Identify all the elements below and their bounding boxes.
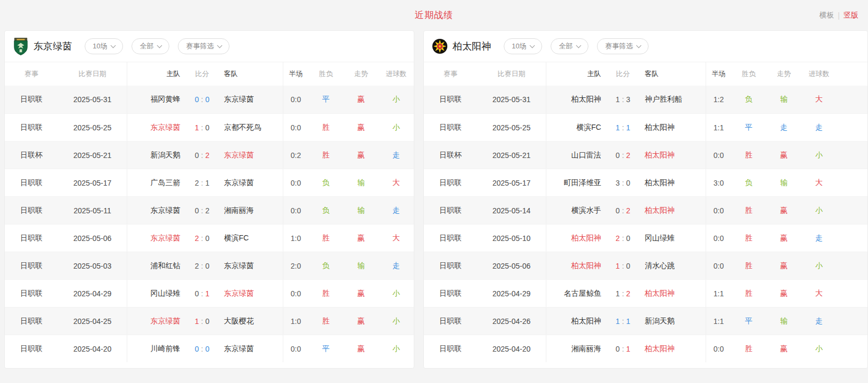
halftime-cell: 3:0 xyxy=(706,169,731,196)
score-cell: 2 : 1 xyxy=(186,169,219,196)
halftime-cell: 0:2 xyxy=(283,141,308,169)
score-colon: : xyxy=(622,262,624,270)
away-score: 1 xyxy=(626,345,630,353)
away-score: 0 xyxy=(626,179,630,187)
away-team-cell: 东京绿茵 xyxy=(219,141,283,169)
away-team-cell: 柏太阳神 xyxy=(640,141,706,169)
goals-cell: 大 xyxy=(801,169,837,196)
halftime-cell: 0:0 xyxy=(283,280,308,307)
team-panel-right: 柏太阳神 10场 全部 赛事筛选 赛事 比赛日期 主队 比分 客队 半场 胜负 … xyxy=(423,30,868,369)
score-colon: : xyxy=(622,289,624,298)
match-row: 日职联 2025-05-11 东京绿茵 0 : 2 湘南丽海 0:0 负 输 走 xyxy=(5,196,414,224)
goals-cell: 小 xyxy=(379,335,414,362)
home-score: 1 xyxy=(195,317,199,326)
date-cell: 2025-05-25 xyxy=(58,114,127,141)
date-cell: 2025-05-21 xyxy=(58,141,127,169)
match-row: 日职联 2025-05-17 町田泽维亚 3 : 0 柏太阳神 3:0 负 输 … xyxy=(424,169,867,196)
column-header-score: 比分 xyxy=(186,62,219,86)
away-team-cell: 京都不死鸟 xyxy=(219,114,283,141)
trend-cell: 赢 xyxy=(343,141,379,169)
match-row: 日职联 2025-04-29 冈山绿雉 0 : 1 东京绿茵 0:0 胜 赢 小 xyxy=(5,279,414,307)
league-cell: 日职联 xyxy=(5,86,58,113)
away-team-cell: 柏太阳神 xyxy=(640,114,706,141)
match-row: 日联杯 2025-05-21 新潟天鹅 0 : 2 东京绿茵 0:2 胜 赢 走 xyxy=(5,141,414,169)
column-header-date: 比赛日期 xyxy=(477,62,546,86)
away-score: 2 xyxy=(626,289,630,298)
halftime-cell: 1:1 xyxy=(706,114,731,141)
venue-filter-dropdown[interactable]: 全部 xyxy=(551,38,588,54)
chevron-down-icon xyxy=(111,43,116,48)
home-team-cell: 柏太阳神 xyxy=(546,307,607,335)
away-score: 1 xyxy=(205,289,209,298)
home-score: 0 xyxy=(195,151,199,160)
away-score: 0 xyxy=(626,234,630,243)
home-team-cell: 东京绿茵 xyxy=(127,197,186,224)
result-cell: 胜 xyxy=(308,141,343,169)
score-colon: : xyxy=(201,123,203,132)
match-count-value: 10场 xyxy=(93,41,107,51)
date-cell: 2025-05-25 xyxy=(477,114,546,141)
score-colon: : xyxy=(201,151,203,160)
home-score: 0 xyxy=(195,95,199,104)
match-row: 日职联 2025-04-25 东京绿茵 1 : 0 大阪樱花 1:0 胜 赢 小 xyxy=(5,307,414,335)
away-team-cell: 新潟天鹅 xyxy=(640,307,706,335)
home-team-cell: 柏太阳神 xyxy=(546,86,607,113)
date-cell: 2025-05-31 xyxy=(477,86,546,113)
date-cell: 2025-05-17 xyxy=(58,169,127,196)
column-header-halftime: 半场 xyxy=(283,62,308,86)
halftime-cell: 0:0 xyxy=(283,86,308,113)
away-score: 2 xyxy=(626,206,630,215)
league-cell: 日职联 xyxy=(424,86,477,113)
score-colon: : xyxy=(622,95,624,104)
result-cell: 负 xyxy=(731,169,766,196)
trend-cell: 输 xyxy=(766,86,801,113)
away-team-cell: 柏太阳神 xyxy=(640,280,706,307)
away-score: 2 xyxy=(205,206,209,215)
result-cell: 胜 xyxy=(731,252,766,279)
home-score: 1 xyxy=(616,317,620,326)
score-colon: : xyxy=(201,234,203,243)
away-score: 0 xyxy=(205,317,209,326)
score-cell: 0 : 2 xyxy=(607,141,640,169)
layout-vertical-link[interactable]: 竖版 xyxy=(844,11,858,20)
venue-filter-dropdown[interactable]: 全部 xyxy=(132,38,169,54)
home-team-cell: 町田泽维亚 xyxy=(546,169,607,196)
score-colon: : xyxy=(622,151,624,160)
trend-cell: 输 xyxy=(343,252,379,279)
trend-cell: 赢 xyxy=(343,86,379,113)
halftime-cell: 1:1 xyxy=(706,280,731,307)
away-score: 0 xyxy=(205,95,209,104)
goals-cell: 大 xyxy=(801,280,837,307)
halftime-cell: 0:0 xyxy=(283,114,308,141)
away-score: 1 xyxy=(626,123,630,132)
match-count-dropdown[interactable]: 10场 xyxy=(85,38,123,54)
date-cell: 2025-05-03 xyxy=(58,252,127,279)
trend-cell: 赢 xyxy=(766,335,801,362)
halftime-cell: 0:0 xyxy=(706,197,731,224)
league-cell: 日职联 xyxy=(424,224,477,252)
away-score: 2 xyxy=(626,151,630,160)
league-cell: 日职联 xyxy=(424,197,477,224)
competition-filter-dropdown[interactable]: 赛事筛选 xyxy=(597,38,649,54)
goals-cell: 大 xyxy=(379,224,414,252)
venue-filter-value: 全部 xyxy=(140,41,153,51)
league-cell: 日职联 xyxy=(5,307,58,335)
home-team-cell: 名古屋鲸鱼 xyxy=(546,280,607,307)
home-score: 1 xyxy=(616,95,620,104)
layout-horizontal-link[interactable]: 横板 xyxy=(819,11,834,20)
date-cell: 2025-04-20 xyxy=(477,335,546,362)
match-row: 日职联 2025-05-03 浦和红钻 2 : 0 东京绿茵 2:0 负 输 走 xyxy=(5,252,414,279)
away-team-cell: 神户胜利船 xyxy=(640,86,706,113)
result-cell: 胜 xyxy=(731,280,766,307)
competition-filter-dropdown[interactable]: 赛事筛选 xyxy=(178,38,230,54)
score-cell: 1 : 2 xyxy=(607,280,640,307)
goals-cell: 小 xyxy=(379,114,414,141)
home-score: 2 xyxy=(195,262,199,270)
layout-switch: 横板 | 竖版 xyxy=(819,0,858,30)
result-cell: 胜 xyxy=(308,114,343,141)
match-count-dropdown[interactable]: 10场 xyxy=(504,38,542,54)
column-header-away: 客队 xyxy=(640,62,706,86)
home-team-cell: 广岛三箭 xyxy=(127,169,186,196)
league-cell: 日职联 xyxy=(424,280,477,307)
league-cell: 日职联 xyxy=(424,307,477,335)
